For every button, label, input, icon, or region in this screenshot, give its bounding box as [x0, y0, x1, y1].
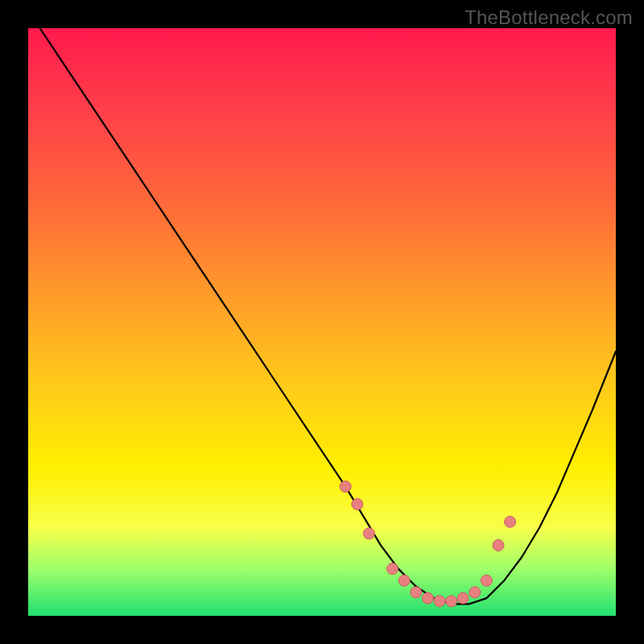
highlight-dot: [493, 539, 504, 551]
highlight-dot: [352, 498, 363, 510]
highlight-dot: [422, 592, 433, 604]
highlight-dot: [457, 592, 469, 604]
chart-overlay-svg: [28, 28, 616, 616]
highlight-dot: [363, 528, 374, 539]
highlight-dot: [340, 481, 351, 492]
watermark-text: TheBottleneck.com: [464, 6, 633, 29]
highlight-dot: [387, 564, 398, 575]
chart-stage: TheBottleneck.com: [0, 0, 644, 644]
highlight-dot: [411, 587, 422, 598]
bottleneck-curve: [40, 28, 616, 604]
highlight-dots-group: [340, 481, 515, 606]
highlight-dot: [446, 596, 457, 607]
highlight-dot: [481, 575, 492, 586]
highlight-dot: [505, 516, 516, 527]
highlight-dot: [398, 575, 410, 586]
highlight-dot: [434, 596, 445, 607]
highlight-dot: [469, 587, 481, 598]
